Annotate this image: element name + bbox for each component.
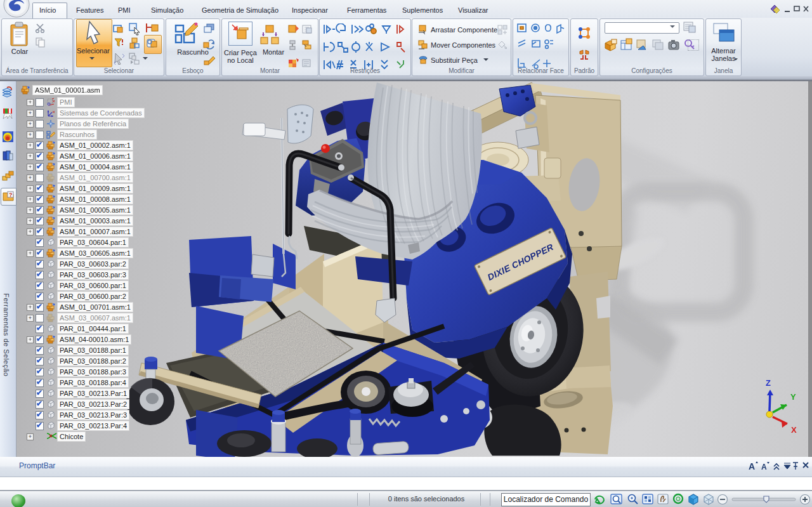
svg-text:Z: Z (766, 378, 771, 388)
svg-text:Y: Y (790, 392, 796, 402)
svg-text:A: A (761, 463, 767, 471)
svg-text:A: A (749, 461, 755, 471)
svg-text:X: X (791, 425, 797, 435)
svg-text:?: ? (9, 192, 13, 198)
